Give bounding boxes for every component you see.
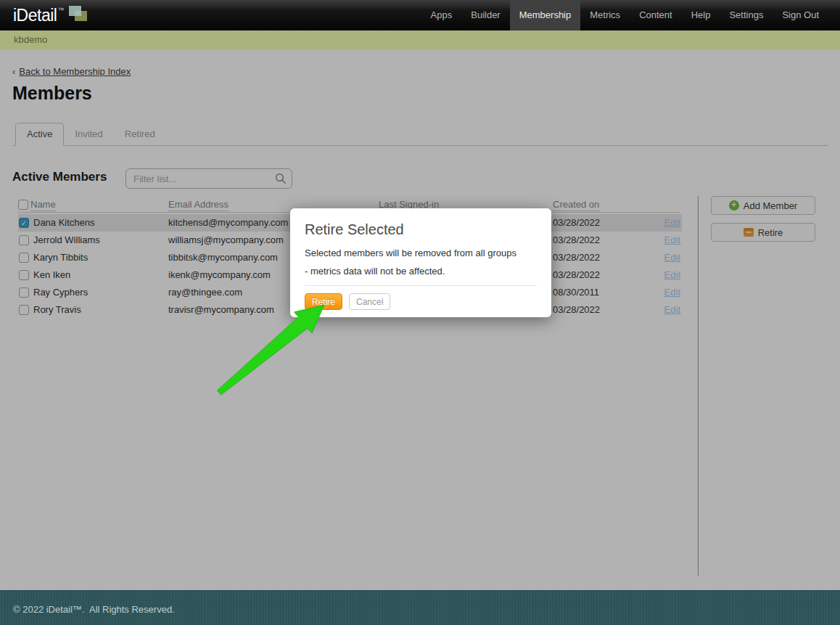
nav-item-content[interactable]: Content bbox=[630, 0, 682, 30]
top-nav: iDetail ™ AppsBuilderMembershipMetricsCo… bbox=[0, 0, 840, 30]
retire-confirm-button[interactable]: Retire bbox=[305, 293, 342, 310]
modal-body-line2: - metrics data will not be affected. bbox=[305, 266, 537, 277]
nav-item-settings[interactable]: Settings bbox=[720, 0, 773, 30]
app-window: iDetail ™ AppsBuilderMembershipMetricsCo… bbox=[0, 0, 840, 625]
copyright-text: © 2022 iDetail™. All Rights Reserved. bbox=[0, 591, 840, 615]
logo-text: iDetail bbox=[13, 4, 57, 26]
logo-trademark: ™ bbox=[57, 7, 64, 14]
nav-item-help[interactable]: Help bbox=[682, 0, 720, 30]
retire-selected-modal: Retire Selected Selected members will be… bbox=[290, 208, 551, 317]
modal-divider bbox=[305, 285, 537, 286]
nav-item-apps[interactable]: Apps bbox=[421, 0, 462, 30]
nav-item-sign-out[interactable]: Sign Out bbox=[773, 0, 828, 30]
logo-squares-icon bbox=[68, 4, 90, 23]
nav-item-metrics[interactable]: Metrics bbox=[580, 0, 630, 30]
account-name: kbdemo bbox=[14, 34, 47, 45]
nav-items: AppsBuilderMembershipMetricsContentHelpS… bbox=[421, 0, 828, 30]
account-bar: kbdemo bbox=[0, 30, 840, 49]
modal-backdrop bbox=[0, 49, 840, 590]
modal-title: Retire Selected bbox=[305, 221, 537, 238]
modal-actions: Retire Cancel bbox=[305, 293, 537, 310]
app-logo[interactable]: iDetail ™ bbox=[13, 4, 90, 26]
cancel-button[interactable]: Cancel bbox=[349, 293, 390, 310]
footer: © 2022 iDetail™. All Rights Reserved. bbox=[0, 590, 840, 625]
modal-body-line1: Selected members will be removed from al… bbox=[305, 248, 537, 258]
nav-item-builder[interactable]: Builder bbox=[461, 0, 509, 30]
nav-item-membership[interactable]: Membership bbox=[510, 0, 581, 30]
